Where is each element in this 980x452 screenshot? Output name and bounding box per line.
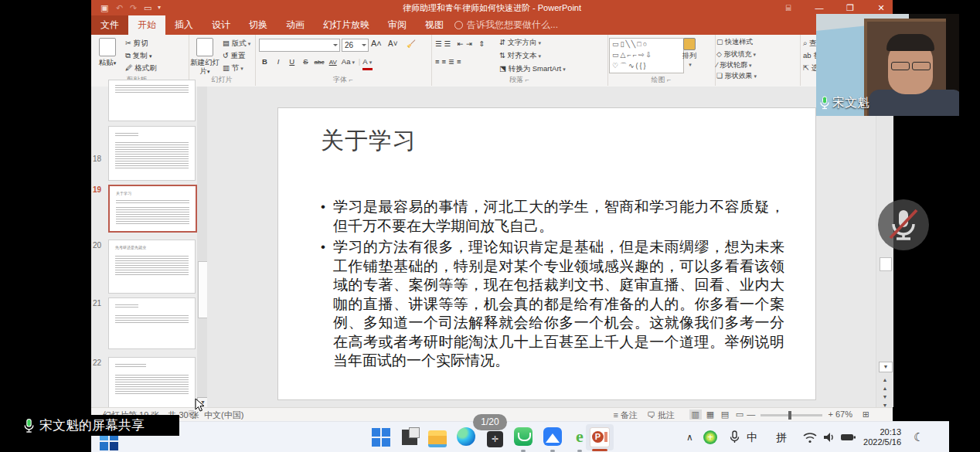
zoom-percent[interactable]: 67% bbox=[835, 410, 852, 419]
minimize-button[interactable]: — bbox=[808, 0, 831, 15]
convert-smartart-button[interactable]: ⬔ 转换为 SmartArt bbox=[499, 63, 566, 75]
shapes-gallery[interactable]: ▭▯╲╲□○▭△⌐⌐⇨⇩♡⌒∿({} bbox=[609, 38, 684, 73]
tell-me-box[interactable]: 告诉我您想要做什么... bbox=[453, 15, 558, 35]
powerpoint-task-highlight[interactable]: P bbox=[586, 424, 614, 450]
grow-font-icon[interactable]: A˄ bbox=[371, 38, 382, 49]
pinyin-indicator[interactable]: 拼 bbox=[776, 422, 787, 452]
task-view-icon[interactable] bbox=[400, 427, 420, 447]
tab-insert[interactable]: 插入 bbox=[165, 15, 202, 35]
tab-review[interactable]: 审阅 bbox=[379, 15, 416, 35]
text-shadow-button[interactable]: abc bbox=[315, 56, 325, 68]
comments-button[interactable]: 🗨 批注 bbox=[647, 410, 675, 421]
slide-editing-area: 关于学习 学习是最容易的事情，河北工大的学生，智商和学习能力不容质疑，但千万不要… bbox=[207, 87, 876, 407]
slide-thumbnail-22[interactable] bbox=[108, 357, 196, 409]
wifi-icon[interactable] bbox=[802, 430, 822, 450]
notes-button[interactable]: ≡ 备注 bbox=[614, 410, 638, 421]
slide-thumbnail-20[interactable]: 先考研还是先就业 bbox=[108, 240, 196, 294]
tab-file[interactable]: 文件 bbox=[91, 15, 128, 35]
slide-thumbnail-21[interactable] bbox=[108, 297, 196, 349]
clock[interactable]: 20:13 2022/5/16 bbox=[858, 427, 901, 452]
slide-thumbnail-17[interactable] bbox=[108, 80, 196, 121]
green-app-icon[interactable] bbox=[514, 427, 534, 447]
reset-button[interactable]: ↺ 重置 bbox=[223, 49, 246, 61]
tray-chevron-icon[interactable]: ∧ bbox=[686, 422, 693, 452]
scroll-down-button[interactable]: ▼ bbox=[879, 362, 893, 372]
quick-styles-button[interactable]: ▢ 快速样式 bbox=[716, 36, 753, 48]
shrink-font-icon[interactable]: A˅ bbox=[388, 38, 398, 49]
glasses-left-lens bbox=[891, 62, 910, 70]
tab-design[interactable]: 设计 bbox=[202, 15, 240, 35]
shape-fill-button[interactable]: ◇ 形状填充 bbox=[716, 49, 756, 60]
bullet-1: 学习是最容易的事情，河北工大的学生，智商和学习能力不容质疑，但千万不要在大学期间… bbox=[321, 198, 784, 236]
font-name-combo[interactable] bbox=[259, 39, 340, 52]
mic-active-icon bbox=[819, 96, 830, 110]
reading-view-button[interactable]: ▤ bbox=[719, 410, 731, 420]
shape-outline-button[interactable]: ∕ 形状轮廓 bbox=[716, 59, 752, 71]
mute-microphone-button[interactable] bbox=[878, 199, 929, 250]
slide-body-text[interactable]: 学习是最容易的事情，河北工大的学生，智商和学习能力不容质疑，但千万不要在大学期间… bbox=[321, 198, 784, 373]
main-scrollbar-thumb[interactable] bbox=[880, 257, 892, 271]
shape-effects-button[interactable]: ❏ 形状效果 bbox=[716, 70, 757, 82]
slide-thumbnail-19-selected[interactable]: 关于学习 bbox=[108, 185, 197, 233]
slideshow-view-button[interactable]: ▭ bbox=[733, 410, 746, 420]
layout-button[interactable]: ▤ 版式 bbox=[223, 37, 250, 49]
tab-transitions[interactable]: 切换 bbox=[240, 15, 277, 35]
restore-button[interactable]: ❐ bbox=[839, 0, 862, 15]
zoom-slider-knob[interactable] bbox=[788, 411, 791, 420]
underline-button[interactable]: U bbox=[287, 56, 297, 67]
bold-button[interactable]: B bbox=[260, 56, 270, 67]
character-spacing-button[interactable]: AV bbox=[328, 56, 338, 68]
arrange-button[interactable]: 排列 bbox=[682, 38, 697, 69]
text-direction-button[interactable]: ⇵ 文字方向 bbox=[499, 36, 541, 49]
zoom-out-button[interactable]: — bbox=[747, 410, 755, 419]
file-explorer-icon[interactable] bbox=[428, 427, 448, 447]
format-painter-button[interactable]: 🖉 格式刷 bbox=[125, 62, 157, 73]
normal-view-button[interactable]: ▥ bbox=[689, 410, 702, 420]
previous-slide-button[interactable]: ▲▲ bbox=[879, 376, 891, 385]
webcam-video[interactable]: 宋文魁 bbox=[816, 14, 959, 116]
language-indicator[interactable]: 中文(中国) bbox=[204, 410, 243, 421]
slide-thumbnail-18[interactable] bbox=[108, 126, 196, 181]
fit-to-window-icon[interactable]: ⊞ bbox=[863, 410, 869, 420]
page-indicator-pill: 1/20 bbox=[473, 414, 507, 430]
zoom-slider[interactable] bbox=[761, 414, 822, 416]
microphone-tray-icon[interactable] bbox=[726, 430, 747, 450]
tab-slideshow[interactable]: 幻灯片放映 bbox=[314, 15, 379, 35]
font-size-combo[interactable]: 26 bbox=[342, 39, 369, 52]
meeting-app-icon[interactable] bbox=[543, 427, 563, 447]
list-indent-spacing-icons[interactable]: ☰☰ ⇤⇥ ⇕ bbox=[435, 38, 487, 49]
annotation-tool-icon[interactable]: ✛ bbox=[487, 431, 507, 451]
ribbon-options-icon[interactable]: ⌸ bbox=[777, 0, 800, 15]
panel-scrollbar[interactable]: ▼ bbox=[197, 87, 207, 407]
tab-view[interactable]: 视图 bbox=[416, 15, 453, 35]
slide-title[interactable]: 关于学习 bbox=[321, 125, 417, 157]
focus-assist-moon-icon[interactable]: ☾ bbox=[914, 422, 924, 452]
alignment-icons[interactable]: ≡≡≣≡ bbox=[435, 56, 464, 67]
section-button[interactable]: ▥ 节 bbox=[223, 62, 243, 74]
tab-home[interactable]: 开始 bbox=[128, 15, 165, 35]
volume-icon[interactable] bbox=[822, 430, 842, 450]
italic-button[interactable]: I bbox=[274, 56, 284, 67]
align-text-button[interactable]: ⇅ 对齐文本 bbox=[499, 49, 541, 62]
powerpoint-icon[interactable]: P bbox=[590, 427, 610, 447]
clear-formatting-icon[interactable]: 🧹 bbox=[407, 38, 416, 49]
font-color-button[interactable]: A bbox=[362, 56, 373, 70]
security-tray-icon[interactable]: + bbox=[703, 430, 723, 450]
current-slide[interactable]: 关于学习 学习是最容易的事情，河北工大的学生，智商和学习能力不容质疑，但千万不要… bbox=[278, 108, 815, 399]
start-button[interactable] bbox=[371, 427, 391, 447]
next-slide-button[interactable]: ▼▼ bbox=[879, 393, 891, 402]
copy-button[interactable]: ⧉ 复制 ▾ bbox=[125, 49, 152, 62]
new-slide-button[interactable]: 新建幻灯片▾ bbox=[190, 38, 219, 76]
ime-mode-indicator[interactable]: 中 bbox=[747, 422, 757, 452]
close-button[interactable]: ✕ bbox=[869, 0, 893, 15]
cut-button[interactable]: ✂ 剪切 bbox=[125, 37, 148, 49]
change-case-button[interactable]: Aa bbox=[342, 56, 355, 68]
edge-browser-icon[interactable] bbox=[457, 427, 477, 447]
tab-animations[interactable]: 动画 bbox=[277, 15, 314, 35]
strikethrough-button[interactable]: S bbox=[301, 56, 311, 67]
bullet-2: 学习的方法有很多，理论知识肯定是基础，但是未雨绸缪，想为未来工作铺垫基础的，特别… bbox=[321, 238, 784, 371]
slide-sorter-button[interactable]: ▦ bbox=[704, 410, 716, 420]
paste-button[interactable]: 粘贴▾ bbox=[93, 38, 122, 67]
zoom-in-button[interactable]: + bbox=[828, 410, 832, 419]
clock-date: 2022/5/16 bbox=[858, 437, 901, 447]
